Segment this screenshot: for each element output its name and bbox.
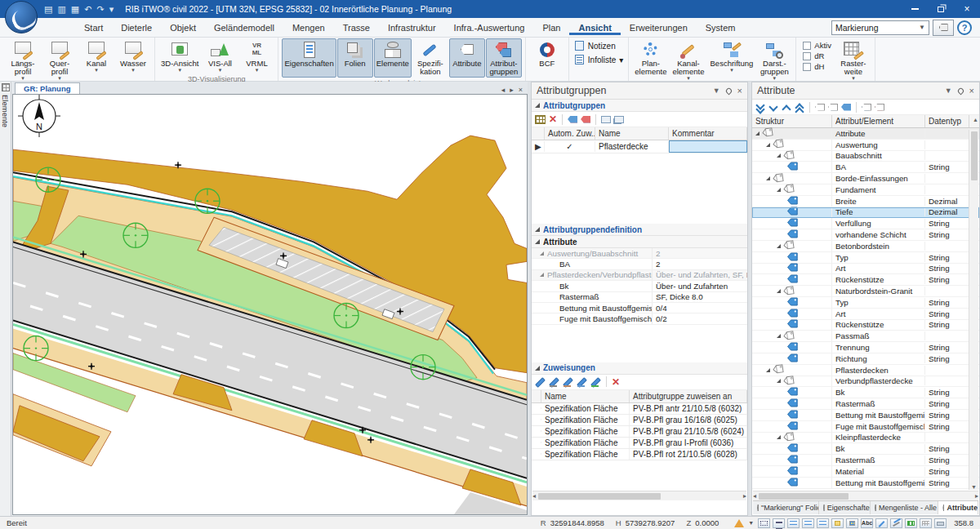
definition-row[interactable]: Bettung mit Baustoffgemisch0/4 (532, 303, 747, 313)
attribute-name[interactable]: Tiefe (832, 207, 925, 216)
definition-row[interactable]: BA2 (532, 259, 747, 269)
list1-icon[interactable] (787, 518, 800, 528)
tab-dieterle[interactable]: Dieterle (112, 20, 161, 35)
tab-erweiterungen[interactable]: Erweiterungen (621, 20, 697, 35)
checkbox-icon[interactable] (803, 42, 811, 50)
customize-icon[interactable]: ▾ (109, 4, 114, 15)
attribute-name[interactable]: Rückenstütze (832, 275, 925, 284)
ribbon-button-beschriftung[interactable]: Beschriftung▾ (708, 38, 756, 82)
markierung-tag-button[interactable] (933, 20, 954, 36)
minimize-button[interactable] (902, 0, 928, 18)
panel-close-icon[interactable]: × (737, 86, 742, 96)
assign-tag-blue-icon[interactable] (568, 116, 577, 123)
section-attribute[interactable]: Attribute (532, 236, 747, 248)
tab-scroll-right-icon[interactable]: ▸ (510, 86, 514, 94)
section-attributgruppendefinition[interactable]: Attributgruppendefinition (532, 224, 747, 236)
remove-assignment-icon[interactable]: ✕ (612, 377, 620, 387)
dock-tab--markierung-folie-[interactable]: "Markierung" Folie... (753, 501, 819, 514)
expander-icon[interactable] (766, 143, 770, 147)
definition-value[interactable]: 2 (653, 249, 747, 258)
dock-tab-attribute[interactable]: Attribute (938, 501, 978, 514)
undo-icon[interactable]: ↶ (84, 4, 91, 15)
attribute-name[interactable]: Pflasterdecken (832, 366, 925, 375)
list3-icon[interactable] (817, 518, 829, 528)
assignment-row[interactable]: Spezifikation FlächePV-B.Pfl grau 21/10.… (532, 426, 747, 438)
attribute-row[interactable]: Bauabschnitt (752, 151, 979, 162)
pin-icon[interactable] (724, 87, 733, 95)
help-button[interactable]: ? (957, 20, 972, 35)
import-attributes-icon[interactable] (862, 104, 871, 111)
expander-icon[interactable] (766, 368, 770, 372)
expander-icon[interactable] (540, 251, 544, 256)
attribute-row[interactable]: RückenstützeString (752, 320, 979, 331)
attribute-row[interactable]: TypString (752, 297, 979, 309)
attribute-row[interactable]: Pflasterdecken (752, 365, 979, 376)
tab-start[interactable]: Start (75, 20, 112, 35)
checkbox-dh[interactable]: dH (803, 62, 831, 71)
attribute-row[interactable]: Naturbordstein-Granit (752, 286, 979, 297)
attribute-row[interactable]: Borde-Einfassungen (752, 173, 979, 184)
ribbon-button-bcf[interactable]: BCF (529, 38, 565, 70)
pin-icon[interactable] (956, 87, 964, 95)
ribbon-button-darst-gruppen[interactable]: Darst.- gruppen▾ (756, 38, 792, 82)
expander-icon[interactable] (777, 435, 781, 439)
checkbox-icon[interactable] (803, 63, 811, 71)
group-row-pflasterdecke[interactable]: ▶ ✓ Pflasterdecke (532, 140, 747, 153)
assign-pen-line-icon[interactable] (590, 376, 601, 387)
tab-ansicht[interactable]: Ansicht (569, 20, 620, 35)
ribbon-button-3dansicht[interactable]: 3D-Ansicht▾ (158, 38, 201, 73)
expander-icon[interactable] (766, 176, 770, 180)
definition-value[interactable]: Über- und Zufahrten, SF, Dicke 8.0, 0/4,… (653, 270, 747, 279)
attribute-row[interactable]: Passmaß (752, 331, 979, 342)
ribbon-item-infoliste[interactable]: Infoliste▾ (574, 54, 624, 65)
tab-scroll-left-icon[interactable]: ◂ (501, 86, 506, 94)
attribute-row[interactable]: BAString (752, 162, 979, 173)
attribute-row[interactable]: RückenstützeString (752, 274, 979, 286)
attribute-name[interactable]: Richtung (832, 354, 925, 363)
ribbon-button-wasser[interactable]: Wasser▾ (115, 38, 151, 82)
attribute-name[interactable]: Trennung (832, 343, 925, 352)
attribute-name[interactable]: Verbundpflasterdecke (832, 376, 925, 385)
list2-icon[interactable] (802, 518, 814, 528)
note-icon[interactable] (831, 518, 844, 528)
ribbon-button-folien[interactable]: Folien (337, 38, 373, 78)
section-attributgruppen[interactable]: Attributgruppen (532, 100, 747, 112)
attribute-name[interactable]: Bk (832, 444, 925, 453)
assign-pen-area-icon[interactable] (563, 376, 573, 387)
attribute-name[interactable]: Naturbordstein-Granit (832, 287, 925, 296)
checkbox-aktiv[interactable]: Aktiv (803, 41, 831, 50)
attribute-name[interactable]: Bauabschnitt (832, 151, 925, 160)
open-icon[interactable]: ▥ (57, 4, 65, 15)
ribbon-button-eigenschaften[interactable]: Eigenschaften (282, 38, 336, 78)
bars-icon[interactable] (905, 518, 917, 528)
attributgruppen-hscrollbar[interactable]: ◂▸ (532, 491, 746, 500)
section-zuweisungen[interactable]: Zuweisungen (532, 362, 747, 375)
attribute-row[interactable]: Bettung mit BaustoffgemischString (752, 410, 979, 421)
ribbon-button-querprofil[interactable]: Quer- profil▾ (42, 38, 78, 82)
group-name-cell[interactable]: Pflasterdecke (595, 141, 669, 152)
document-tab-gr-planung[interactable]: GR: Planung (15, 82, 80, 94)
attribute-row[interactable]: RastermaßString (752, 455, 979, 466)
attribute-name[interactable]: Rückenstütze (832, 320, 925, 329)
new-group-table-icon[interactable] (535, 115, 546, 124)
attribute-name[interactable]: Material (832, 467, 925, 476)
expander-icon[interactable] (777, 188, 781, 192)
attribute-name[interactable]: Borde-Einfassungen (832, 174, 925, 183)
checkbox-icon[interactable] (803, 52, 811, 60)
attribute-vscrollbar[interactable]: ▼ (969, 130, 978, 490)
attribute-row[interactable]: BkString (752, 443, 979, 455)
panel-menu-icon[interactable]: ▼ (945, 87, 952, 95)
expander-icon[interactable] (777, 244, 781, 248)
new-attribute-icon[interactable] (841, 104, 851, 111)
definition-row[interactable]: Auswertung/Bauabschnitt2 (532, 248, 747, 259)
expander-icon[interactable] (777, 334, 781, 338)
kommentar-cell[interactable] (669, 140, 747, 153)
attribute-name[interactable]: Attribute (832, 129, 925, 138)
new-attribute-group-icon[interactable] (815, 104, 825, 111)
ribbon-button-kanal[interactable]: Kanal▾ (78, 38, 114, 82)
attribute-name[interactable]: Passmaß (832, 331, 925, 340)
panel-menu-icon[interactable]: ▼ (713, 87, 720, 95)
ribbon-button-kanalelemente[interactable]: Kanal- elemente▾ (670, 38, 706, 82)
attribute-name[interactable]: Art (832, 264, 925, 273)
attribute-name[interactable]: Art (832, 309, 925, 318)
